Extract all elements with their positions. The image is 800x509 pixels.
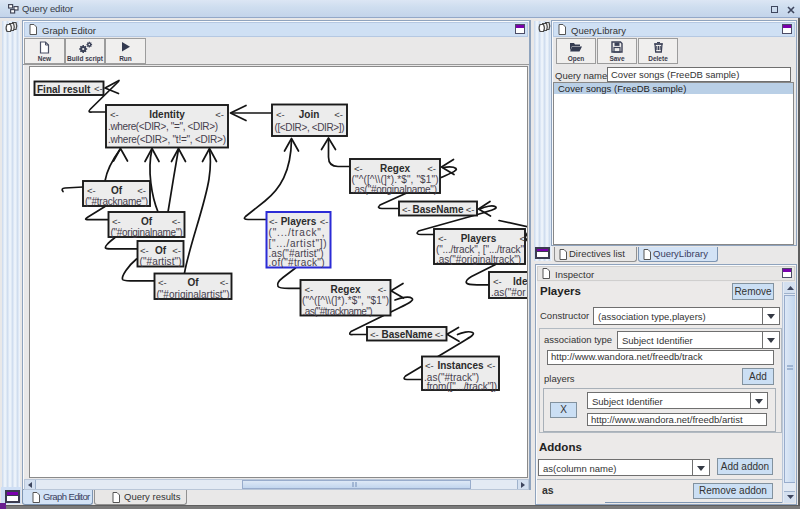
svg-text:<-: <- — [269, 216, 278, 227]
svg-text:("#originalname"): ("#originalname") — [111, 227, 183, 238]
svg-text:<-: <- — [334, 109, 343, 120]
svg-text:<-: <- — [110, 109, 119, 120]
svg-text:<-: <- — [112, 216, 121, 227]
svg-text:.from([".../track"]): .from([".../track"]) — [424, 381, 497, 392]
svg-text:<-: <- — [320, 216, 329, 227]
svg-text:.where(<DIR>, "t!=", <DIR>): .where(<DIR>, "t!=", <DIR>) — [108, 134, 226, 145]
svg-text:<-: <- — [435, 329, 444, 340]
svg-text:Of: Of — [141, 216, 153, 227]
svg-text:Instances: Instances — [437, 360, 484, 371]
svg-text:Of: Of — [111, 185, 123, 196]
svg-text:<-: <- — [438, 233, 447, 244]
svg-text:(".../track",: (".../track", — [269, 227, 325, 238]
svg-text:.as("#originaltrack"): .as("#originaltrack") — [436, 254, 521, 265]
svg-text:<-: <- — [158, 277, 167, 288]
svg-text:Ide: Ide — [513, 276, 528, 287]
svg-text:Regex: Regex — [330, 284, 360, 295]
svg-text:([<DIR>, <DIR>]): ([<DIR>, <DIR>]) — [275, 122, 345, 133]
svg-text:("#artist"): ("#artist") — [140, 256, 182, 267]
svg-text:Players: Players — [281, 216, 317, 227]
svg-text:Regex: Regex — [380, 163, 410, 174]
svg-text:.as("#trackname"): .as("#trackname") — [303, 306, 373, 317]
svg-text:<-: <- — [493, 276, 502, 287]
svg-text:Final result: Final result — [37, 84, 91, 95]
svg-text:<-: <- — [402, 204, 411, 215]
svg-text:<-: <- — [305, 284, 314, 295]
svg-text:Of: Of — [187, 277, 199, 288]
svg-text:<-: <- — [466, 204, 475, 215]
svg-text:Join: Join — [299, 109, 320, 120]
svg-text:<-: <- — [378, 284, 387, 295]
svg-text:<-: <- — [370, 329, 379, 340]
svg-text:<-: <- — [94, 83, 103, 94]
svg-text:Identity: Identity — [149, 109, 185, 120]
svg-text:<-: <- — [427, 163, 436, 174]
svg-text:<-: <- — [140, 245, 149, 256]
svg-text:.of("#track"): .of("#track") — [269, 257, 325, 268]
svg-text:<-: <- — [172, 245, 181, 256]
svg-text:<-: <- — [87, 185, 96, 196]
svg-text:<-: <- — [425, 360, 434, 371]
svg-text:BaseName: BaseName — [412, 204, 464, 215]
svg-text:<-: <- — [220, 277, 229, 288]
svg-text:BaseName: BaseName — [381, 329, 433, 340]
svg-text:Of: Of — [155, 245, 167, 256]
svg-text:<: < — [519, 233, 525, 244]
svg-text:("#trackname"): ("#trackname") — [85, 196, 148, 207]
svg-text:<-: <- — [172, 216, 181, 227]
svg-text:<-: <- — [215, 109, 224, 120]
svg-text:("#originalartist"): ("#originalartist") — [157, 289, 230, 300]
svg-text:("^([^\\(]*).*$", "$1"): ("^([^\\(]*).*$", "$1") — [302, 295, 389, 306]
svg-text:.where(<DIR>, "=", <DIR>): .where(<DIR>, "=", <DIR>) — [108, 121, 218, 132]
svg-text:<-: <- — [137, 185, 146, 196]
svg-text:.as("#originalname"): .as("#originalname") — [352, 184, 437, 195]
svg-text:.as("#or: .as("#or — [491, 287, 526, 298]
svg-text:<-: <- — [487, 360, 496, 371]
svg-text:<-: <- — [354, 163, 363, 174]
svg-text:<-: <- — [276, 109, 285, 120]
svg-text:Players: Players — [461, 233, 497, 244]
